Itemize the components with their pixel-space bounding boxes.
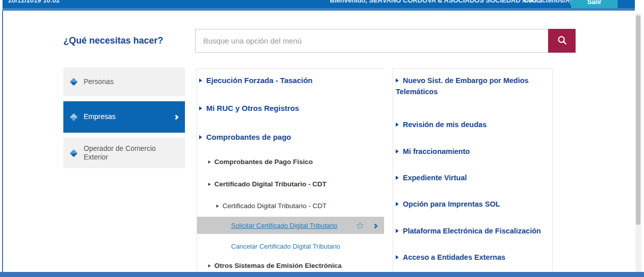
service-item-label: Plataforma Electrónica de Fiscalización <box>403 227 541 235</box>
menu-item-label: Certificado Digital Tributario - CDT <box>214 180 326 188</box>
service-item-label: Expediente Virtual <box>403 174 467 182</box>
triangle-right-icon <box>396 255 399 259</box>
favorite-star-icon[interactable]: ☆ <box>356 221 364 230</box>
datetime-label: 20/12/2019 10:02 <box>8 0 60 4</box>
diamond-icon <box>70 78 78 86</box>
menu-item-label: Otros Sistemas de Emisión Electrónica <box>214 262 342 269</box>
triangle-right-icon <box>216 205 219 208</box>
service-item-label: Opción para Imprentas SOL <box>403 200 500 208</box>
diamond-icon <box>70 149 78 157</box>
service-item-entidades-externas[interactable]: Acceso a Entidades Externas <box>393 252 548 263</box>
service-item-label: Mi fraccionamiento <box>403 147 470 155</box>
menu-item-comprobantes-pago-fisico[interactable]: Comprobantes de Pago Físico <box>197 158 384 166</box>
triangle-right-icon <box>199 106 202 110</box>
menu-item-comprobantes-de-pago[interactable]: Comprobantes de pago <box>197 133 384 141</box>
menu-item-cancelar-cdt[interactable]: Cancelar Certificado Digital Tributario <box>197 243 384 250</box>
service-item-mi-fraccionamiento[interactable]: Mi fraccionamiento <box>393 146 548 157</box>
vertical-scrollbar[interactable] <box>635 13 641 272</box>
triangle-right-icon <box>208 161 211 164</box>
service-item-label: Revisión de mis deudas <box>403 121 486 129</box>
menu-item-label: Comprobantes de Pago Físico <box>214 158 313 166</box>
service-item-expediente-virtual[interactable]: Expediente Virtual <box>393 173 548 184</box>
sidebar-item-label: Empresas <box>84 112 116 122</box>
sidebar-item-label: Personas <box>84 77 113 87</box>
triangle-right-icon <box>396 123 399 127</box>
service-item-embargo-telematico[interactable]: Nuevo Sist. de Embargo por Medios Telemá… <box>393 75 548 98</box>
menu-item-ejecucion-forzada[interactable]: Ejecución Forzada - Tasación <box>197 76 384 85</box>
top-bar: 20/12/2019 10:02 Bienvenido, SERVANO COR… <box>3 0 635 11</box>
menu-item-otros-sistemas-emision[interactable]: Otros Sistemas de Emisión Electrónica <box>197 262 384 269</box>
sidebar-item-personas[interactable]: Personas <box>63 67 185 96</box>
triangle-right-icon <box>396 176 399 180</box>
cancelar-cdt-link[interactable]: Cancelar Certificado Digital Tributario <box>231 243 340 250</box>
scrollbar-thumb[interactable] <box>636 15 640 225</box>
sidebar-item-label: Operador de Comercio Exterior <box>84 144 165 162</box>
menu-item-label: Comprobantes de pago <box>206 133 291 141</box>
triangle-right-icon <box>199 135 202 139</box>
menu-item-label: Certificado Digital Tributario - CDT <box>222 202 327 210</box>
diamond-icon <box>70 113 78 121</box>
triangle-right-icon <box>208 183 211 186</box>
service-item-revision-deudas[interactable]: Revisión de mis deudas <box>393 120 548 131</box>
menu-item-cdt-subgroup[interactable]: Certificado Digital Tributario - CDT <box>197 202 384 210</box>
chevron-right-icon <box>373 221 377 230</box>
triangle-right-icon <box>208 264 211 267</box>
menu-item-label: Ejecución Forzada - Tasación <box>206 76 313 85</box>
menu-item-mi-ruc[interactable]: Mi RUC y Otros Registros <box>197 104 384 112</box>
service-item-plataforma-fiscalizacion[interactable]: Plataforma Electrónica de Fiscalización <box>393 226 548 237</box>
logout-button[interactable]: Salir <box>571 0 618 10</box>
triangle-right-icon <box>396 78 399 83</box>
service-item-imprentas-sol[interactable]: Opción para Imprentas SOL <box>393 199 548 210</box>
page-title: ¿Qué necesitas hacer? <box>63 35 163 46</box>
search-button[interactable] <box>548 29 576 53</box>
service-item-label: Nuevo Sist. de Embargo por Medios Telemá… <box>396 76 528 96</box>
magnifier-icon <box>557 35 567 47</box>
welcome-label: Bienvenido, SERVANO CORDOVA & ASOCIADOS … <box>330 0 542 4</box>
services-panel: Nuevo Sist. de Embargo por Medios Telemá… <box>393 68 553 272</box>
solicitar-cdt-link[interactable]: Solicitar Certificado Digital Tributario <box>231 222 337 229</box>
menu-item-cdt-group[interactable]: Certificado Digital Tributario - CDT <box>197 180 384 188</box>
chevron-right-icon <box>174 114 179 120</box>
triangle-right-icon <box>396 202 399 206</box>
triangle-right-icon <box>396 149 399 153</box>
menu-tree-panel: Ejecución Forzada - Tasación Mi RUC y Ot… <box>197 68 384 272</box>
sidebar-item-operador-comercio-exterior[interactable]: Operador de Comercio Exterior <box>63 138 185 168</box>
service-item-label: Acceso a Entidades Externas <box>403 253 505 261</box>
search-input[interactable] <box>195 29 548 53</box>
triangle-right-icon <box>199 78 202 83</box>
page-bottom-border <box>0 272 644 277</box>
triangle-right-icon <box>396 229 399 233</box>
sidebar-item-empresas[interactable]: Empresas <box>63 101 185 133</box>
menu-item-solicitar-cdt-selected[interactable]: Solicitar Certificado Digital Tributario… <box>197 217 384 234</box>
page-left-border <box>2 11 3 272</box>
menu-item-label: Mi RUC y Otros Registros <box>206 104 299 112</box>
